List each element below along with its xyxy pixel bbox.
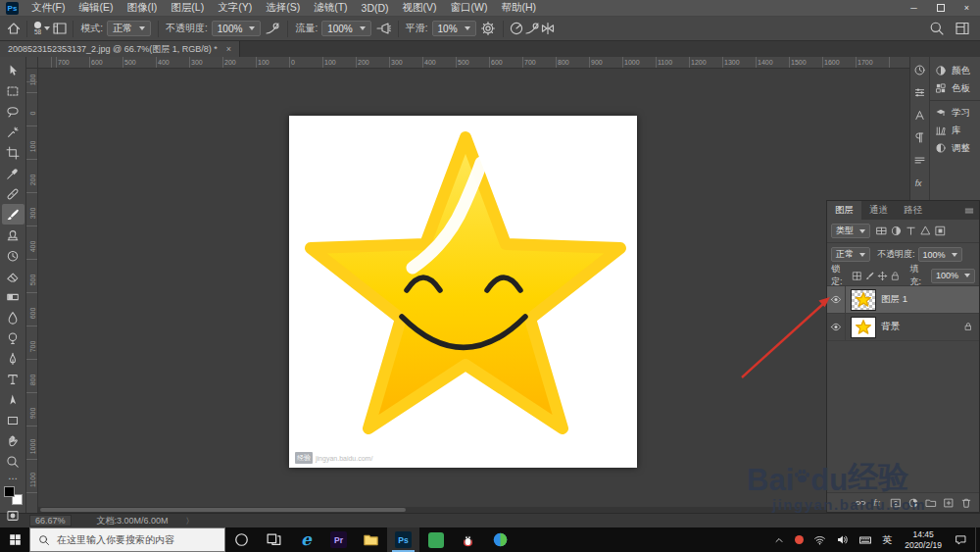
menu-item[interactable]: 编辑(E) [72, 0, 120, 16]
properties-icon[interactable] [913, 86, 926, 99]
taskbar-app-app-circle[interactable] [484, 527, 516, 552]
menu-item[interactable]: 图像(I) [120, 0, 164, 16]
path-select-tool[interactable] [2, 389, 24, 410]
close-tab-icon[interactable]: × [226, 44, 231, 54]
taskbar-clock[interactable]: 14:45 2020/2/19 [897, 529, 950, 549]
paragraph-icon[interactable] [913, 131, 926, 144]
menu-item[interactable]: 帮助(H) [495, 0, 544, 16]
taskbar-app-cortana[interactable] [225, 527, 258, 552]
panel-adjustments[interactable]: 调整 [930, 139, 980, 157]
taskbar-app-edge[interactable]: e [290, 527, 322, 552]
color-swatches[interactable] [4, 486, 23, 505]
symmetry-icon[interactable] [540, 21, 556, 36]
hand-tool[interactable] [2, 430, 24, 451]
home-icon[interactable] [6, 21, 22, 36]
styles-icon[interactable]: fx [913, 176, 926, 189]
layer-row[interactable]: 图层 1 [827, 286, 979, 314]
history-icon[interactable] [913, 64, 926, 76]
brush-angle-icon[interactable] [509, 21, 524, 36]
workspace-switcher-icon[interactable] [955, 21, 970, 36]
document-tab[interactable]: 2008523152353137_2.jpg @ 66.7%(图层 1, RGB… [0, 41, 240, 57]
tab-路径[interactable]: 路径 [896, 201, 930, 220]
brush-settings-panel-icon[interactable] [52, 21, 68, 36]
airbrush-icon[interactable] [375, 21, 391, 36]
brush-preset-picker[interactable]: 58 [32, 22, 52, 36]
taskbar-search-input[interactable]: 在这里输入你要搜索的内容 [29, 527, 225, 552]
eraser-tool[interactable] [2, 266, 24, 286]
opacity-select[interactable]: 100% [212, 21, 262, 36]
lasso-tool[interactable] [2, 101, 24, 122]
menu-item[interactable]: 滤镜(T) [307, 0, 354, 16]
menu-item[interactable]: 文件(F) [24, 0, 72, 16]
action-center-icon[interactable] [950, 527, 972, 552]
tab-图层[interactable]: 图层 [827, 201, 861, 220]
scrollbar-thumb[interactable] [40, 508, 406, 512]
layer-effects-icon[interactable]: fx [872, 497, 884, 509]
tray-notification-badge-icon[interactable] [790, 527, 808, 552]
layer-visibility-toggle[interactable] [827, 286, 846, 313]
panel-learn[interactable]: 学习 [930, 104, 980, 122]
show-desktop-button[interactable] [975, 527, 980, 552]
type-tool[interactable] [2, 369, 24, 389]
character-icon[interactable] [913, 109, 926, 122]
pen-pressure-size-icon[interactable] [524, 21, 540, 36]
taskbar-app-qq[interactable] [452, 527, 484, 552]
blur-tool[interactable] [2, 307, 24, 327]
pen-pressure-opacity-icon[interactable] [265, 21, 280, 36]
brush-tool[interactable] [2, 204, 24, 225]
gradient-tool[interactable] [2, 286, 24, 307]
edit-toolbar-ellipsis[interactable]: … [8, 472, 18, 481]
menu-item[interactable]: 选择(S) [259, 0, 307, 16]
touch-keyboard-icon[interactable] [854, 527, 877, 552]
search-icon[interactable] [929, 21, 945, 36]
input-language-indicator[interactable]: 英 [877, 527, 897, 552]
panel-menu-icon[interactable] [963, 201, 979, 220]
canvas-area[interactable]: 7006005004003002001000100200300400500600… [26, 57, 909, 513]
maximize-button[interactable] [927, 0, 954, 16]
quick-mask-button[interactable] [2, 505, 24, 526]
menu-item[interactable]: 视图(V) [396, 0, 444, 16]
marquee-tool[interactable] [2, 80, 24, 101]
tab-通道[interactable]: 通道 [861, 201, 896, 220]
magic-wand-tool[interactable] [2, 122, 24, 142]
panel-libraries[interactable]: 库 [930, 122, 980, 139]
taskbar-app-file-explorer[interactable] [355, 527, 387, 552]
layer-row[interactable]: 背景 [827, 314, 979, 341]
lock-pixels-icon[interactable] [864, 271, 875, 281]
healing-tool[interactable] [2, 183, 24, 204]
dodge-tool[interactable] [2, 327, 24, 348]
type-filter-icon[interactable] [905, 225, 917, 237]
flow-select[interactable]: 100% [321, 21, 371, 36]
shape-tool[interactable] [2, 410, 24, 430]
network-icon[interactable] [808, 527, 831, 552]
start-button[interactable] [0, 527, 29, 552]
clone-stamp-tool[interactable] [2, 225, 24, 245]
menu-item[interactable]: 图层(L) [164, 0, 211, 16]
tray-chevron-up-icon[interactable] [768, 527, 790, 552]
lock-position-icon[interactable] [877, 271, 888, 281]
status-chevron-icon[interactable]: 〉 [186, 516, 194, 527]
taskbar-app-photoshop[interactable]: Ps [387, 527, 419, 552]
layer-thumbnail[interactable] [851, 289, 876, 311]
shape-filter-icon[interactable] [919, 225, 932, 237]
pixel-filter-icon[interactable] [875, 225, 888, 237]
layer-opacity-select[interactable]: 100% [918, 247, 962, 262]
menu-item[interactable]: 窗口(W) [444, 0, 495, 16]
smart-filter-icon[interactable] [934, 225, 947, 237]
minimize-button[interactable]: ─ [901, 0, 927, 16]
crop-tool[interactable] [2, 142, 24, 163]
foreground-color[interactable] [4, 486, 15, 497]
new-adjustment-icon[interactable] [907, 497, 919, 509]
zoom-level-field[interactable]: 66.67% [29, 515, 72, 527]
layer-mask-icon[interactable] [890, 497, 902, 509]
gear-icon[interactable] [480, 21, 496, 36]
layer-fill-select[interactable]: 100% [931, 269, 975, 283]
lock-transparent-icon[interactable] [852, 271, 862, 281]
volume-icon[interactable] [831, 527, 854, 552]
blend-mode-select[interactable]: 正常 [107, 21, 151, 36]
menu-item[interactable]: 3D(D) [355, 0, 396, 16]
link-layers-icon[interactable] [855, 497, 866, 509]
adjust-filter-icon[interactable] [890, 225, 903, 237]
move-tool[interactable] [2, 60, 24, 80]
new-group-icon[interactable] [925, 497, 937, 509]
